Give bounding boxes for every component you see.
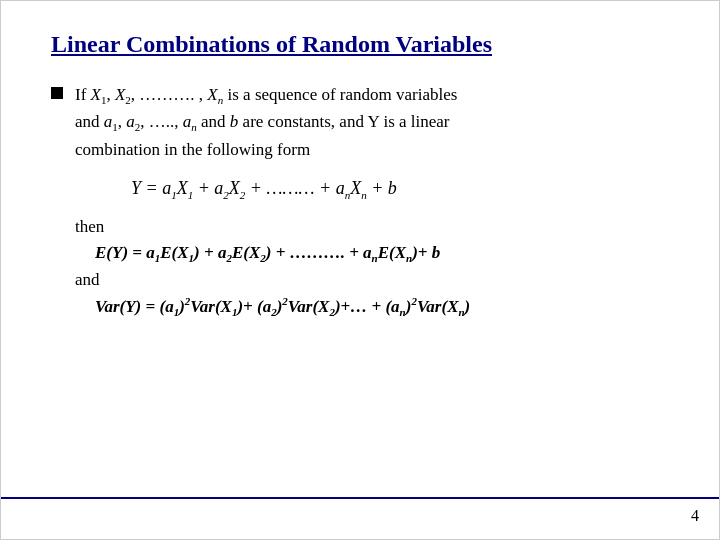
bottom-divider	[1, 497, 719, 499]
slide-title: Linear Combinations of Random Variables	[51, 31, 669, 58]
content-area: If X1, X2, ………. , Xn is a sequence of ra…	[51, 82, 669, 321]
bullet-text: If X1, X2, ………. , Xn is a sequence of ra…	[75, 82, 457, 163]
bullet-row: If X1, X2, ………. , Xn is a sequence of ra…	[51, 82, 669, 163]
then-label: then	[75, 217, 669, 237]
var-formula-line: Var(Y) = (a1)2Var(X1)+ (a2)2Var(X2)+… + …	[95, 292, 669, 322]
formula-y-block: Y = a1X1 + a2X2 + ……… + anXn + b	[111, 173, 669, 204]
page-number: 4	[691, 507, 699, 525]
eq-formula-line: E(Y) = a1E(X1) + a2E(X2) + ………. + anE(Xn…	[95, 239, 669, 268]
formula-y-line: Y = a1X1 + a2X2 + ……… + anXn + b	[131, 173, 669, 204]
bullet-icon	[51, 87, 63, 99]
slide: Linear Combinations of Random Variables …	[0, 0, 720, 540]
and-label: and	[75, 270, 669, 290]
